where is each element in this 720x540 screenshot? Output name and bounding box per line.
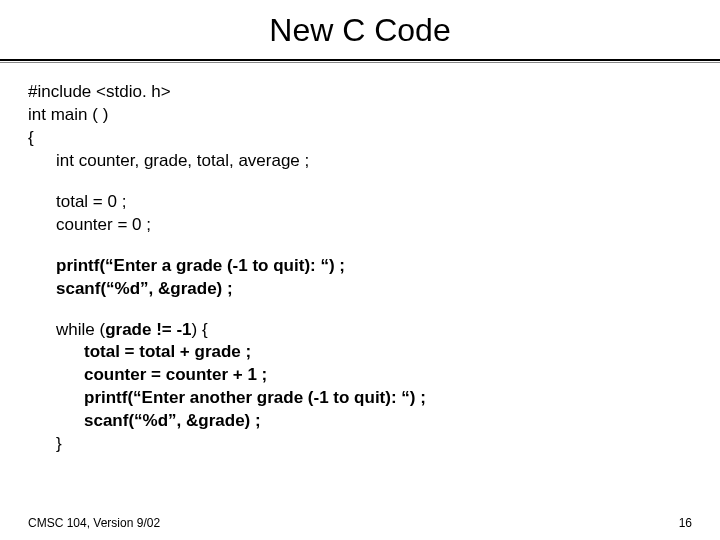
- code-line: int counter, grade, total, average ;: [28, 150, 692, 173]
- code-line: int main ( ): [28, 104, 692, 127]
- code-line: scanf(“%d”, &grade) ;: [28, 410, 692, 433]
- code-line: scanf(“%d”, &grade) ;: [28, 278, 692, 301]
- code-line: counter = counter + 1 ;: [28, 364, 692, 387]
- code-condition: grade != -1: [105, 320, 191, 339]
- code-block: #include <stdio. h> int main ( ) { int c…: [0, 63, 720, 456]
- code-line: total = total + grade ;: [28, 341, 692, 364]
- code-text: ) {: [192, 320, 208, 339]
- code-line: printf(“Enter a grade (-1 to quit): “) ;: [28, 255, 692, 278]
- code-line: while (grade != -1) {: [28, 319, 692, 342]
- code-line: counter = 0 ;: [28, 214, 692, 237]
- code-line: #include <stdio. h>: [28, 81, 692, 104]
- code-text: while (: [56, 320, 105, 339]
- slide-title: New C Code: [0, 0, 720, 57]
- page-number: 16: [679, 516, 692, 530]
- footer-left: CMSC 104, Version 9/02: [28, 516, 160, 530]
- code-line: {: [28, 127, 692, 150]
- footer: CMSC 104, Version 9/02 16: [28, 516, 692, 530]
- code-line: printf(“Enter another grade (-1 to quit)…: [28, 387, 692, 410]
- code-line: total = 0 ;: [28, 191, 692, 214]
- code-line: }: [28, 433, 692, 456]
